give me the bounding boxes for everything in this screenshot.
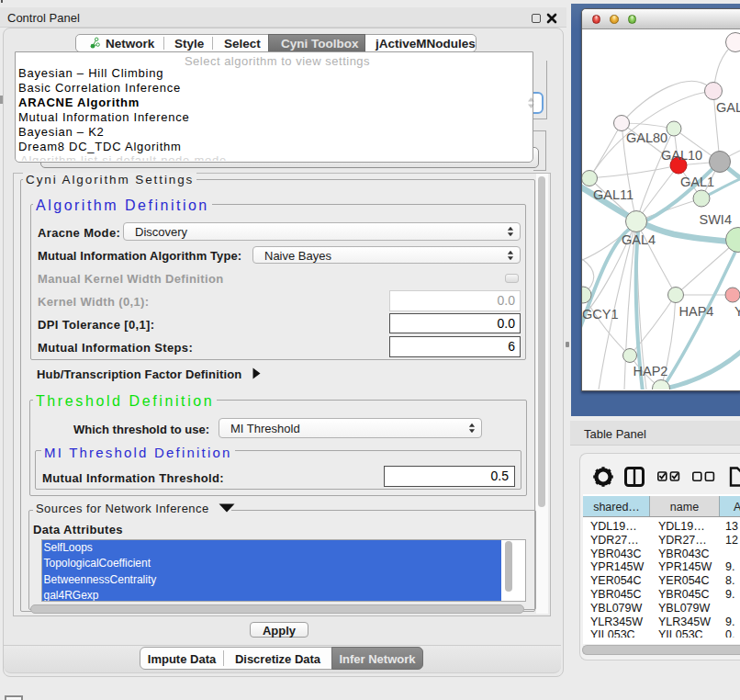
svg-text:GAL10: GAL10 [661, 148, 702, 163]
svg-text:HAP2: HAP2 [633, 364, 668, 378]
svg-text:SWI4: SWI4 [700, 212, 732, 227]
svg-text:GAL1: GAL1 [680, 175, 714, 189]
svg-text:GAL80: GAL80 [626, 130, 667, 145]
svg-text:Y: Y [734, 304, 740, 319]
svg-text:GCY1: GCY1 [582, 307, 619, 322]
svg-text:HAP4: HAP4 [679, 304, 714, 319]
svg-text:GAL4: GAL4 [622, 232, 656, 247]
svg-text:GAL8: GAL8 [716, 100, 740, 115]
svg-text:GAL11: GAL11 [593, 187, 633, 202]
